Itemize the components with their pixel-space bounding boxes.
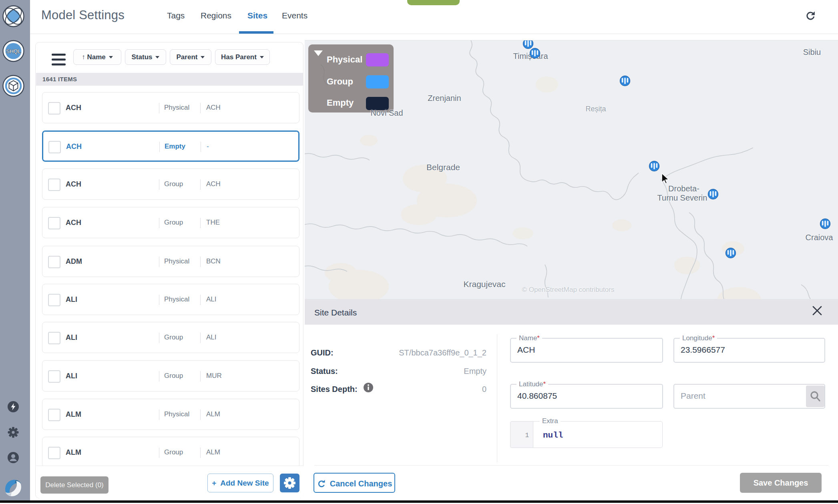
- svg-text:SHQL: SHQL: [6, 48, 21, 54]
